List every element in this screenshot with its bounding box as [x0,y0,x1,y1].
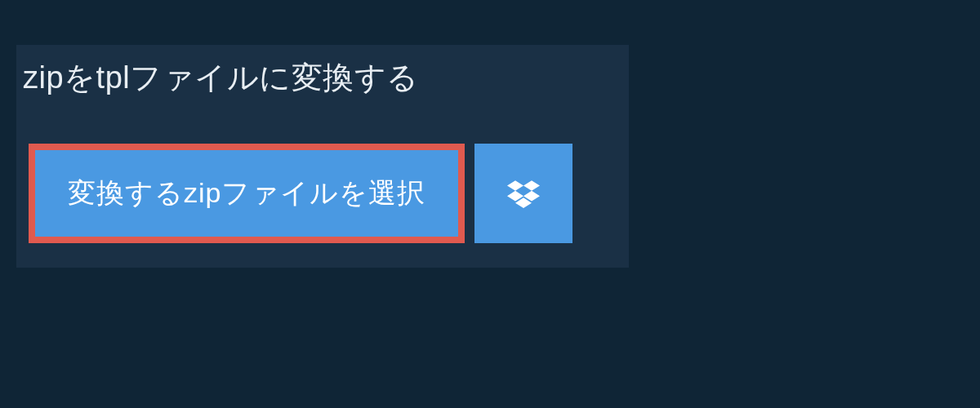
select-file-label: 変換するzipファイルを選択 [68,175,425,212]
dropbox-button[interactable] [474,144,572,243]
converter-panel: zipをtplファイルに変換する 変換するzipファイルを選択 [16,45,629,268]
heading-container: zipをtplファイルに変換する [16,45,435,111]
button-row: 変換するzipファイルを選択 [29,144,629,243]
dropbox-icon [507,177,540,210]
page-title: zipをtplファイルに変換する [23,57,419,99]
select-file-button[interactable]: 変換するzipファイルを選択 [29,144,465,243]
